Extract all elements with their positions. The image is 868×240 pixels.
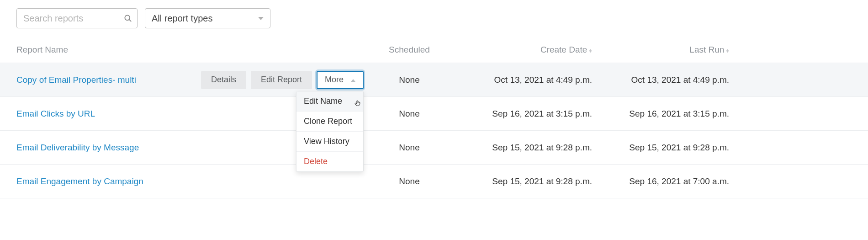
cell-create-date: Sep 15, 2021 at 9:28 p.m. — [455, 176, 592, 187]
cell-scheduled: None — [364, 143, 455, 153]
table-row: Email Clicks by URL None Sep 16, 2021 at… — [0, 97, 868, 131]
reports-table: Report Name Scheduled Create Date♦ Last … — [0, 37, 868, 198]
col-last-run[interactable]: Last Run♦ — [592, 45, 729, 55]
report-type-filter[interactable]: All report types — [145, 8, 270, 28]
cell-last-run: Oct 13, 2021 at 4:49 p.m. — [592, 75, 729, 85]
more-button[interactable]: More — [317, 71, 364, 89]
cell-create-date: Sep 16, 2021 at 3:15 p.m. — [455, 109, 592, 119]
table-row: Copy of Email Properties- multi Details … — [0, 63, 868, 97]
dropdown-item-edit-name[interactable]: Edit Name — [296, 91, 363, 112]
cell-scheduled: None — [364, 75, 455, 85]
search-input[interactable] — [17, 9, 137, 28]
sort-indicator-icon: ♦ — [726, 47, 729, 54]
table-row: Email Deliverability by Message None Sep… — [0, 131, 868, 165]
dropdown-item-delete[interactable]: Delete — [296, 152, 363, 171]
col-report-name[interactable]: Report Name — [16, 45, 190, 55]
report-name-link[interactable]: Email Deliverability by Message — [16, 143, 190, 153]
cell-create-date: Oct 13, 2021 at 4:49 p.m. — [455, 75, 592, 85]
chevron-down-icon — [258, 13, 264, 24]
table-header: Report Name Scheduled Create Date♦ Last … — [0, 37, 868, 63]
dropdown-item-clone-report[interactable]: Clone Report — [296, 112, 363, 132]
cell-create-date: Sep 15, 2021 at 9:28 p.m. — [455, 143, 592, 153]
more-dropdown: Edit Name Clone Report View History Dele… — [296, 91, 364, 172]
cell-scheduled: None — [364, 109, 455, 119]
search-icon[interactable] — [123, 14, 132, 23]
cell-last-run: Sep 16, 2021 at 7:00 a.m. — [592, 176, 729, 187]
svg-line-1 — [129, 20, 131, 21]
table-row: Email Engagement by Campaign None Sep 15… — [0, 165, 868, 198]
cell-last-run: Sep 16, 2021 at 3:15 p.m. — [592, 109, 729, 119]
chevron-up-icon — [351, 75, 355, 85]
col-scheduled[interactable]: Scheduled — [364, 45, 455, 55]
report-name-link[interactable]: Email Clicks by URL — [16, 109, 190, 119]
cell-scheduled: None — [364, 176, 455, 187]
report-type-filter-label: All report types — [152, 13, 212, 24]
row-actions: Details Edit Report More Edit Name — [190, 71, 364, 89]
dropdown-item-view-history[interactable]: View History — [296, 132, 363, 152]
report-name-link[interactable]: Email Engagement by Campaign — [16, 176, 190, 187]
search-input-wrap — [16, 8, 138, 28]
cell-last-run: Sep 15, 2021 at 9:28 p.m. — [592, 143, 729, 153]
report-name-link[interactable]: Copy of Email Properties- multi — [16, 75, 190, 85]
sort-indicator-icon: ♦ — [589, 47, 592, 54]
edit-report-button[interactable]: Edit Report — [251, 71, 312, 89]
details-button[interactable]: Details — [201, 71, 246, 89]
pointer-cursor-icon — [354, 99, 362, 110]
col-create-date[interactable]: Create Date♦ — [455, 45, 592, 55]
